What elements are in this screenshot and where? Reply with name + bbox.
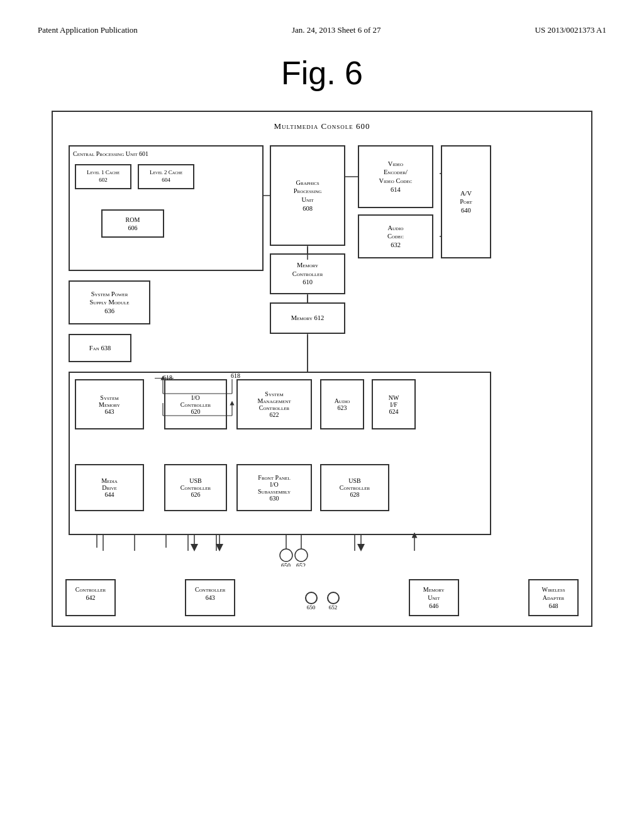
sys-power-box: System PowerSupply Module636 bbox=[69, 280, 150, 324]
header-right: US 2013/0021373 A1 bbox=[535, 25, 606, 35]
mem-ctrl-label: MemoryController610 bbox=[292, 261, 323, 287]
controller-642-box: Controller642 bbox=[65, 579, 116, 616]
wireless-adapter-box: WirelessAdapter648 bbox=[528, 579, 579, 616]
memory-box: Memory 612 bbox=[270, 302, 345, 334]
page-header: Patent Application Publication Jan. 24, … bbox=[38, 25, 606, 35]
controller-642-label: Controller642 bbox=[75, 586, 106, 601]
circle-652-icon bbox=[327, 592, 340, 604]
bottom-section: SystemMemory643 I/OController620 SystemM… bbox=[69, 372, 491, 535]
circle-652: 652 bbox=[327, 592, 340, 611]
label-650: 650 bbox=[307, 604, 316, 611]
audio-codec-box: AudioCodec632 bbox=[358, 214, 433, 258]
diagram-inner: Central Processing Unit 601 Level 1 Cach… bbox=[62, 139, 582, 567]
label-652: 652 bbox=[329, 604, 338, 611]
rom-box: ROM606 bbox=[101, 209, 164, 238]
circle-650: 650 bbox=[305, 592, 318, 611]
memory-controller-box: MemoryController610 bbox=[270, 253, 345, 294]
cache1-box: Level 1 Cache602 bbox=[75, 164, 131, 189]
header-left: Patent Application Publication bbox=[38, 25, 138, 35]
svg-point-31 bbox=[295, 549, 308, 562]
io-ctrl-label: I/OController620 bbox=[180, 394, 211, 415]
rom-label: ROM606 bbox=[126, 216, 140, 232]
av-label: A/VPort640 bbox=[460, 189, 472, 215]
av-port-box: A/VPort640 bbox=[441, 145, 491, 258]
cache2-label: Level 2 Cache604 bbox=[150, 169, 182, 184]
video-label: VideoEncoder/Video Codec614 bbox=[379, 160, 413, 194]
memory-label: Memory 612 bbox=[291, 314, 325, 323]
arrow-618 bbox=[155, 378, 174, 379]
controller-643-box: Controller643 bbox=[185, 579, 235, 616]
nw-if-box: NWI/F624 bbox=[372, 379, 416, 429]
sys-memory-label: SystemMemory643 bbox=[99, 394, 120, 415]
system-memory-box: SystemMemory643 bbox=[75, 379, 144, 429]
cache2-box: Level 2 Cache604 bbox=[138, 164, 194, 189]
audio623-label: Audio623 bbox=[335, 397, 350, 411]
diagram-container: Multimedia Console 600 bbox=[52, 111, 592, 627]
wireless-adapter-label: WirelessAdapter648 bbox=[541, 586, 565, 609]
cache1-label: Level 1 Cache602 bbox=[87, 169, 119, 184]
media-drive-box: MediaDrive644 bbox=[75, 464, 144, 511]
sys-mgmt-box: SystemManagementController622 bbox=[236, 379, 312, 429]
front-panel-box: Front PanelI/OSubassembly630 bbox=[236, 464, 312, 511]
cpu-box: Central Processing Unit 601 Level 1 Cach… bbox=[69, 145, 264, 271]
sys-power-label: System PowerSupply Module636 bbox=[90, 290, 130, 316]
audio623-box: Audio623 bbox=[320, 379, 364, 429]
svg-text:650: 650 bbox=[281, 562, 291, 567]
video-encoder-box: VideoEncoder/Video Codec614 bbox=[358, 145, 433, 208]
circle-labels: 650 652 bbox=[305, 585, 340, 616]
header-center: Jan. 24, 2013 Sheet 6 of 27 bbox=[292, 25, 381, 35]
io-controller-box: I/OController620 bbox=[164, 379, 227, 429]
media-drive-label: MediaDrive644 bbox=[101, 477, 118, 498]
memory-unit-box: MemoryUnit646 bbox=[409, 579, 459, 616]
external-row: Controller642 Controller643 650 652 Memo… bbox=[62, 579, 582, 616]
memory-unit-label: MemoryUnit646 bbox=[423, 586, 445, 609]
figure-title: Fig. 6 bbox=[38, 54, 606, 92]
circle-650-icon bbox=[305, 592, 318, 604]
page: Patent Application Publication Jan. 24, … bbox=[0, 0, 644, 830]
audio-codec-label: AudioCodec632 bbox=[387, 224, 404, 250]
usb-controller-626-box: USBController626 bbox=[164, 464, 227, 511]
fan-label: Fan 638 bbox=[89, 344, 111, 353]
gpu-box: GraphicsProcessingUnit608 bbox=[270, 145, 345, 246]
gpu-label: GraphicsProcessingUnit608 bbox=[294, 179, 322, 213]
nw-if-label: NWI/F624 bbox=[389, 394, 399, 415]
svg-point-30 bbox=[280, 549, 292, 562]
front-panel-label: Front PanelI/OSubassembly630 bbox=[258, 474, 291, 502]
fan-box: Fan 638 bbox=[69, 334, 131, 362]
svg-text:652: 652 bbox=[296, 562, 306, 567]
cpu-label: Central Processing Unit 601 bbox=[73, 150, 148, 158]
usb-controller-628-box: USBController628 bbox=[320, 464, 389, 511]
diagram-title: Multimedia Console 600 bbox=[62, 121, 582, 131]
controller-643-label: Controller643 bbox=[195, 586, 225, 601]
usb628-label: USBController628 bbox=[340, 477, 370, 498]
sys-mgmt-label: SystemManagementController622 bbox=[257, 390, 291, 418]
usb626-label: USBController626 bbox=[180, 477, 211, 498]
